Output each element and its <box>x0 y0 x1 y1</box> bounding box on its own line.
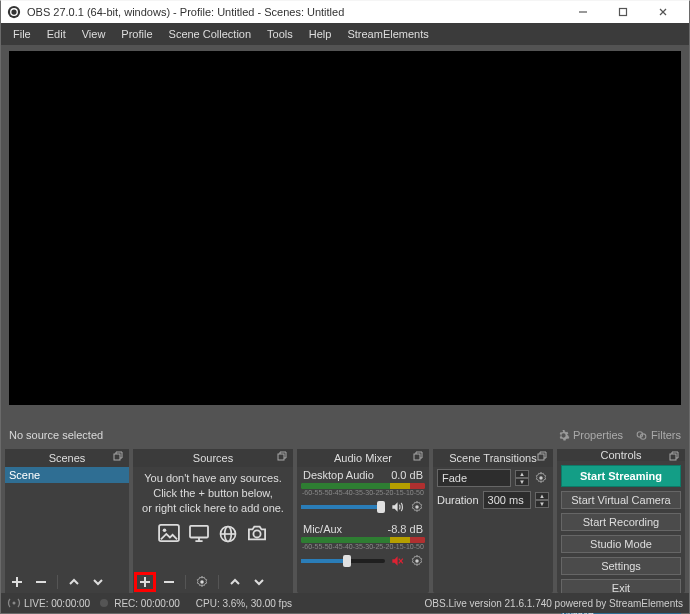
chevron-down-icon <box>92 576 104 588</box>
volume-slider[interactable] <box>301 505 385 509</box>
undock-icon[interactable] <box>413 451 425 463</box>
filters-button[interactable]: Filters <box>635 429 681 442</box>
status-rec: REC: 00:00:00 <box>114 598 180 609</box>
status-version: OBS.Live version 21.6.1.740 powered by S… <box>425 598 683 609</box>
sources-dock: Sources You don't have any sources. Clic… <box>133 449 293 593</box>
svg-rect-9 <box>114 454 120 460</box>
gear-icon <box>195 575 209 589</box>
volume-slider[interactable] <box>301 559 385 563</box>
duration-input[interactable]: 300 ms <box>483 491 531 509</box>
start-recording-button[interactable]: Start Recording <box>561 513 681 531</box>
add-source-button[interactable] <box>135 573 155 591</box>
scene-down-button[interactable] <box>88 573 108 591</box>
menu-help[interactable]: Help <box>301 26 340 42</box>
menu-bar: File Edit View Profile Scene Collection … <box>1 23 689 45</box>
source-properties-button[interactable] <box>192 573 212 591</box>
menu-profile[interactable]: Profile <box>113 26 160 42</box>
undock-icon[interactable] <box>277 451 289 463</box>
scene-list-item[interactable]: Scene <box>5 467 129 483</box>
image-icon <box>158 524 180 542</box>
chevron-up-icon <box>68 576 80 588</box>
sources-dock-title: Sources <box>133 449 293 467</box>
menu-edit[interactable]: Edit <box>39 26 74 42</box>
svg-rect-27 <box>414 454 420 460</box>
minus-icon <box>34 575 48 589</box>
status-bar: LIVE: 00:00:00 REC: 00:00:00 CPU: 3.6%, … <box>1 593 689 613</box>
transitions-dock-title: Scene Transitions <box>433 449 553 467</box>
start-streaming-button[interactable]: Start Streaming <box>561 465 681 487</box>
titlebar: OBS 27.0.1 (64-bit, windows) - Profile: … <box>1 1 689 23</box>
duration-label: Duration <box>437 494 479 506</box>
menu-stream-elements[interactable]: StreamElements <box>339 26 436 42</box>
speaker-icon[interactable] <box>389 499 405 515</box>
studio-mode-button[interactable]: Studio Mode <box>561 535 681 553</box>
plus-icon <box>10 575 24 589</box>
svg-point-2 <box>11 9 16 14</box>
scenes-dock-title: Scenes <box>5 449 129 467</box>
svg-rect-34 <box>670 454 676 460</box>
add-scene-button[interactable] <box>7 573 27 591</box>
scenes-toolbar <box>5 571 129 593</box>
preview-canvas[interactable] <box>9 51 681 405</box>
svg-rect-16 <box>190 525 208 537</box>
svg-rect-13 <box>278 454 284 460</box>
menu-view[interactable]: View <box>74 26 114 42</box>
app-window: OBS 27.0.1 (64-bit, windows) - Profile: … <box>0 0 690 614</box>
start-virtual-camera-button[interactable]: Start Virtual Camera <box>561 491 681 509</box>
broadcast-icon <box>7 598 21 608</box>
svg-point-15 <box>163 528 167 532</box>
status-live: LIVE: 00:00:00 <box>24 598 90 609</box>
mixer-channel-desktop-audio: Desktop Audio0.0 dB -60-55-50-45-40-35-3… <box>297 467 429 521</box>
chevron-up-icon <box>229 576 241 588</box>
minus-icon <box>162 575 176 589</box>
status-cpu: CPU: 3.6%, 30.00 fps <box>196 598 292 609</box>
source-up-button[interactable] <box>225 573 245 591</box>
menu-scene-collection[interactable]: Scene Collection <box>161 26 260 42</box>
source-toolbar: No source selected Properties Filters <box>1 425 689 445</box>
mixer-dock: Audio Mixer Desktop Audio0.0 dB -60-55-5… <box>297 449 429 593</box>
duration-spin[interactable]: ▲▼ <box>535 492 549 508</box>
app-icon <box>7 5 21 19</box>
maximize-button[interactable] <box>603 1 643 23</box>
camera-icon <box>246 524 268 542</box>
menu-file[interactable]: File <box>5 26 39 42</box>
gear-icon <box>557 429 570 442</box>
transition-spin[interactable]: ▲▼ <box>515 470 529 486</box>
close-button[interactable] <box>643 1 683 23</box>
remove-source-button[interactable] <box>159 573 179 591</box>
docks: Scenes Scene Sources <box>1 445 689 593</box>
display-icon <box>188 524 210 542</box>
scene-up-button[interactable] <box>64 573 84 591</box>
mixer-ticks: -60-55-50-45-40-35-30-25-20-15-10-50 <box>301 489 425 497</box>
svg-point-26 <box>200 580 204 584</box>
transition-select[interactable]: Fade <box>437 469 511 487</box>
controls-dock: Controls Start Streaming Start Virtual C… <box>557 449 685 593</box>
svg-rect-32 <box>538 454 544 460</box>
properties-button[interactable]: Properties <box>557 429 623 442</box>
source-down-button[interactable] <box>249 573 269 591</box>
undock-icon[interactable] <box>669 451 681 463</box>
speaker-muted-icon[interactable] <box>389 553 405 569</box>
window-title: OBS 27.0.1 (64-bit, windows) - Profile: … <box>27 6 344 18</box>
filter-icon <box>635 429 648 442</box>
mixer-ticks: -60-55-50-45-40-35-30-25-20-15-10-50 <box>301 543 425 551</box>
menu-tools[interactable]: Tools <box>259 26 301 42</box>
undock-icon[interactable] <box>537 451 549 463</box>
sources-toolbar <box>133 571 293 593</box>
source-type-hints <box>133 520 293 546</box>
channel-settings-button[interactable] <box>409 553 425 569</box>
minimize-button[interactable] <box>563 1 603 23</box>
settings-button[interactable]: Settings <box>561 557 681 575</box>
remove-scene-button[interactable] <box>31 573 51 591</box>
globe-icon <box>218 524 238 544</box>
undock-icon[interactable] <box>113 451 125 463</box>
svg-point-22 <box>253 530 260 537</box>
svg-point-33 <box>539 476 543 480</box>
record-dot-icon <box>100 599 108 607</box>
plus-icon <box>138 575 152 589</box>
svg-point-35 <box>13 602 16 605</box>
transition-settings-button[interactable] <box>533 470 549 486</box>
svg-rect-4 <box>620 9 627 16</box>
no-source-label: No source selected <box>9 429 103 441</box>
channel-settings-button[interactable] <box>409 499 425 515</box>
